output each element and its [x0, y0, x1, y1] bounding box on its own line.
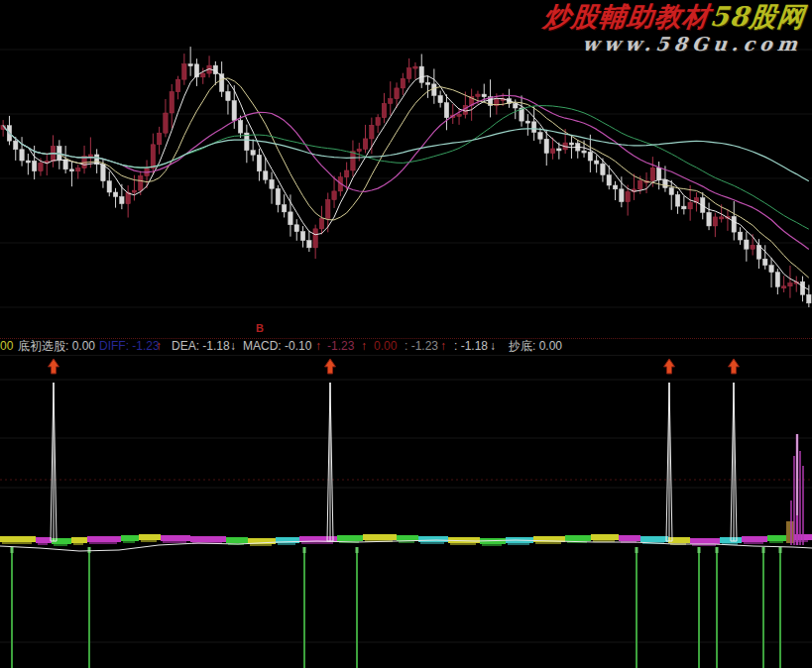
candle-down	[438, 95, 442, 102]
candle-up	[376, 118, 380, 126]
ma-line-MA20	[3, 95, 809, 249]
candle-down	[113, 192, 117, 196]
signal-indicator-panel[interactable]	[0, 355, 812, 668]
green-bar-head	[716, 547, 719, 553]
candle-down	[294, 225, 298, 232]
candle-down	[763, 259, 767, 265]
candle-up	[395, 88, 399, 99]
candle-up	[476, 94, 480, 96]
candle-up	[382, 103, 386, 117]
candle-down	[419, 66, 423, 82]
candle-up	[370, 125, 374, 139]
up-arrow-icon: ↑	[315, 339, 321, 354]
candle-down	[58, 147, 61, 160]
band-segment-shade	[450, 542, 476, 545]
down-arrow-icon: ↓	[230, 339, 236, 354]
candle-down	[675, 194, 679, 206]
base-block	[786, 521, 794, 543]
candle-down	[732, 216, 736, 232]
candle-up	[139, 176, 143, 191]
candle-down	[289, 212, 292, 225]
candle-down	[101, 165, 105, 181]
candle-down	[800, 281, 804, 294]
candle-down	[270, 179, 274, 188]
buy-arrow-icon	[49, 359, 59, 374]
candle-up	[88, 155, 92, 157]
candle-up	[132, 190, 136, 192]
candle-up	[781, 286, 785, 288]
candle-down	[188, 64, 192, 66]
band-segment-shade	[141, 539, 157, 542]
band-segment-shade	[163, 540, 186, 543]
watermark-title-yellow: 58股网	[709, 1, 807, 32]
green-bar-head	[356, 547, 359, 553]
green-bar-head	[303, 547, 306, 553]
band-segment-shade	[73, 542, 83, 545]
up-arrow-icon: ↑	[361, 339, 367, 354]
grid-lines	[0, 380, 812, 642]
candle-down	[120, 196, 124, 203]
candle-down	[775, 273, 779, 287]
band-segment-shade	[744, 541, 763, 544]
candles-layer	[1, 47, 811, 307]
candle-up	[76, 168, 80, 171]
up-arrow-icon: ↑	[156, 339, 162, 354]
candle-down	[425, 82, 429, 84]
candle-up	[713, 217, 717, 226]
candle-down	[300, 232, 304, 241]
candle-down	[238, 121, 242, 134]
candle-down	[569, 143, 573, 145]
green-bar-head	[88, 547, 91, 553]
candle-down	[264, 171, 268, 180]
candle-up	[313, 229, 317, 248]
candle-up	[332, 191, 336, 200]
candle-up	[326, 200, 330, 219]
band-segment-shade	[123, 540, 135, 543]
status-dea-value: DEA: -1.18	[172, 339, 230, 354]
candle-down	[32, 161, 36, 170]
green-bar-head	[779, 547, 782, 553]
candle-up	[39, 163, 43, 170]
candle-up	[457, 114, 461, 116]
status-value-1: -1.23	[327, 339, 354, 354]
candle-down	[307, 241, 311, 248]
candle-down	[544, 139, 548, 153]
indicator-status-bar: 00 底初选股: 0.00 DIFF: -1.23 ↑ DEA: -1.18 ↓…	[0, 338, 812, 356]
candle-down	[107, 181, 111, 192]
status-value-4: : -1.18	[454, 339, 488, 354]
band-segment-shade	[54, 543, 67, 546]
watermark-title-red: 炒股輔助教材	[542, 1, 712, 32]
status-chaodi: 抄底: 0.00	[509, 339, 562, 354]
candle-down	[63, 160, 67, 169]
candle-down	[232, 101, 236, 121]
candle-down	[482, 94, 486, 97]
band-segment-shade	[89, 541, 117, 544]
buy-marker-b: B	[256, 322, 264, 334]
candle-down	[251, 151, 255, 156]
candle-up	[788, 283, 792, 286]
green-bars-layer	[11, 547, 782, 668]
candle-down	[531, 122, 535, 133]
band-segment-shade	[508, 542, 529, 545]
candle-up	[344, 170, 348, 177]
candle-up	[357, 149, 361, 151]
status-value-3: : -1.23	[405, 339, 438, 354]
candle-down	[276, 188, 280, 204]
band-segment-shade	[420, 541, 444, 544]
status-macd-value: MACD: -0.10	[243, 339, 311, 354]
candle-down	[738, 232, 742, 240]
candle-down	[656, 167, 660, 179]
status-diff-value: DIFF: -1.23	[99, 339, 160, 354]
band-segment-shade	[769, 540, 783, 543]
grid-lines	[0, 50, 812, 307]
candle-up	[401, 78, 405, 88]
candle-down	[807, 294, 811, 303]
candle-up	[638, 180, 642, 188]
candle-up	[719, 217, 723, 219]
green-bar-head	[11, 547, 14, 553]
candle-up	[413, 66, 417, 68]
candle-down	[707, 212, 711, 226]
candle-down	[69, 169, 73, 171]
candle-up	[319, 218, 323, 229]
green-bar-head	[698, 547, 701, 553]
